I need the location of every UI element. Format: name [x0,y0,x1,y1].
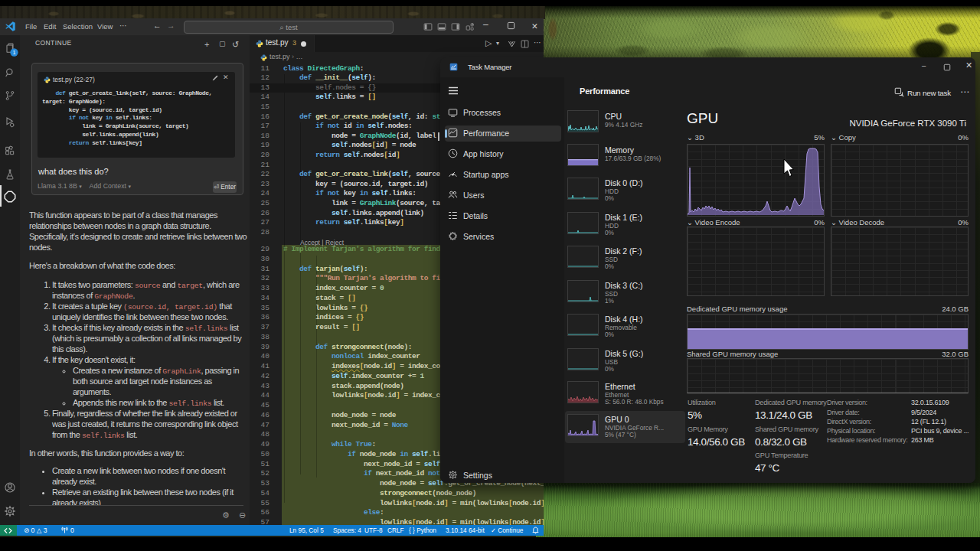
svg-text:1: 1 [12,49,15,56]
